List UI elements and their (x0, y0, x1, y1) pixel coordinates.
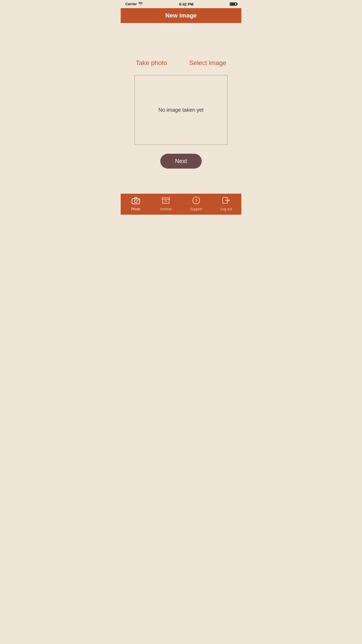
nav-label-support: Support (190, 207, 202, 211)
logout-icon (222, 196, 231, 206)
status-time: 6:42 PM (179, 2, 194, 6)
bottom-nav: Photo Archive ? Support (121, 194, 241, 215)
placeholder-text: No image taken yet (158, 107, 203, 113)
status-bar: Carrier 6:42 PM (121, 0, 241, 8)
svg-point-2 (138, 200, 139, 200)
archive-icon (161, 196, 170, 206)
next-button[interactable]: Next (160, 154, 201, 169)
select-image-button[interactable]: Select image (187, 58, 229, 68)
nav-item-archive[interactable]: Archive (156, 196, 176, 211)
page-title: New Image (165, 12, 196, 19)
battery-fill (231, 3, 235, 5)
header: New Image (121, 8, 241, 23)
image-preview-area: No image taken yet (134, 75, 228, 145)
nav-label-logout: Log out (220, 207, 232, 211)
nav-label-archive: Archive (160, 207, 172, 211)
svg-point-1 (134, 200, 137, 203)
nav-item-logout[interactable]: Log out (216, 196, 236, 211)
camera-icon (131, 196, 140, 206)
nav-item-support[interactable]: ? Support (186, 196, 206, 211)
svg-text:?: ? (195, 198, 197, 203)
wifi-icon (138, 2, 143, 6)
nav-label-photo: Photo (131, 207, 140, 211)
take-photo-button[interactable]: Take photo (133, 58, 170, 68)
status-carrier: Carrier (125, 2, 143, 6)
support-icon: ? (192, 196, 201, 206)
action-row: Take photo Select image (129, 58, 233, 68)
main-content: Take photo Select image No image taken y… (121, 23, 241, 194)
nav-item-photo[interactable]: Photo (126, 196, 146, 211)
battery-icon (230, 2, 237, 6)
carrier-label: Carrier (125, 2, 137, 6)
battery-indicator (230, 2, 237, 6)
